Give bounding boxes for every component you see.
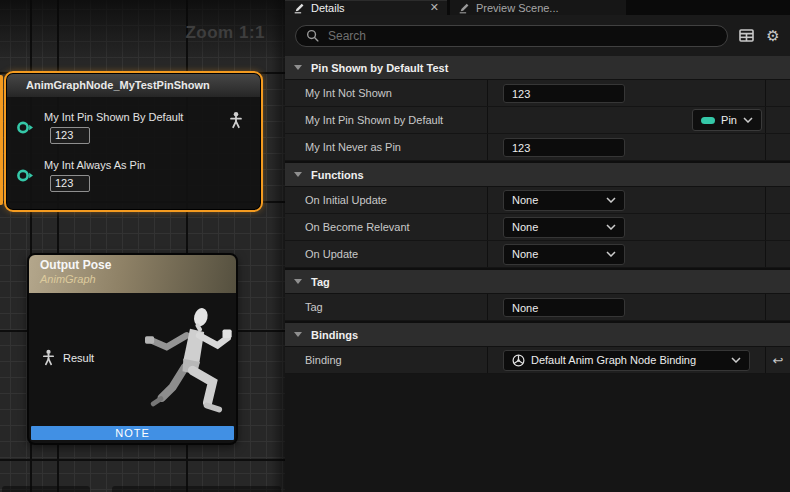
panel-tab-bar: Details ✕ Preview Scene... [285, 0, 790, 15]
offscreen-node-top [2, 486, 90, 492]
property-label: My Int Pin Shown by Default [285, 107, 488, 133]
search-input[interactable] [326, 28, 717, 44]
pin-value-input[interactable]: 123 [50, 175, 90, 192]
node-output-pose[interactable]: Output Pose AnimGraph Result [27, 253, 238, 445]
int-pin-icon[interactable] [16, 120, 34, 135]
function-dropdown[interactable]: None [503, 217, 625, 238]
pin-label: My Int Always As Pin [44, 159, 145, 171]
output-pose-header[interactable]: Output Pose AnimGraph [29, 255, 236, 293]
property-label: On Update [285, 241, 488, 267]
binding-dropdown[interactable]: Default Anim Graph Node Binding [503, 350, 750, 371]
property-label: On Become Relevant [285, 214, 488, 240]
search-icon [306, 29, 319, 42]
tab-label: Preview Scene... [476, 2, 559, 14]
details-pen-icon [293, 2, 305, 14]
pin-visibility-dropdown[interactable]: Pin [692, 109, 762, 131]
offscreen-node-top [112, 486, 281, 492]
details-toolbar: ⚙ [285, 15, 790, 56]
preview-scene-pen-icon [458, 2, 470, 14]
settings-gear-icon[interactable]: ⚙ [764, 27, 782, 45]
search-box[interactable] [295, 25, 728, 47]
close-tab-icon[interactable]: ✕ [430, 2, 439, 13]
category-tag[interactable]: Tag [285, 270, 790, 294]
property-row: My Int Not Shown 123 [285, 80, 790, 107]
property-row: Binding Default Anim Graph Node Binding … [285, 347, 790, 374]
chevron-down-icon [606, 224, 616, 230]
property-label: On Initial Update [285, 187, 488, 213]
node-title: Output Pose [40, 258, 236, 272]
chevron-down-icon [743, 117, 753, 123]
category-pin-shown-by-default-test[interactable]: Pin Shown by Default Test [285, 56, 790, 80]
int-input[interactable]: 123 [503, 84, 625, 103]
int-pin-pill-icon [701, 117, 715, 124]
pin-label: My Int Pin Shown By Default [44, 111, 183, 123]
collapse-triangle-icon[interactable] [294, 172, 302, 177]
note-banner[interactable]: NOTE [31, 426, 234, 440]
int-pin-icon[interactable] [16, 168, 34, 183]
details-panel: Details ✕ Preview Scene... ⚙ [285, 0, 790, 492]
binding-circle-icon [512, 354, 525, 367]
property-label: My Int Never as Pin [285, 134, 488, 160]
category-bindings[interactable]: Bindings [285, 323, 790, 347]
property-row: My Int Never as Pin 123 [285, 134, 790, 161]
tab-details[interactable]: Details ✕ [285, 0, 447, 15]
display-filter-icon[interactable] [737, 27, 755, 45]
int-input[interactable]: 123 [503, 138, 625, 157]
node-animgraphnode-mytestpinshown[interactable]: AnimGraphNode_MyTestPinShown My Int Pin … [4, 71, 263, 212]
property-label: Binding [285, 347, 488, 373]
pose-output-pin-icon[interactable] [228, 111, 244, 129]
collapse-triangle-icon[interactable] [294, 332, 302, 337]
chevron-down-icon [606, 197, 616, 203]
function-dropdown[interactable]: None [503, 190, 625, 211]
property-row: On Initial Update None [285, 187, 790, 214]
reset-to-default-icon[interactable]: ↩ [765, 347, 790, 373]
zoom-level-label: Zoom 1:1 [185, 23, 265, 43]
offscreen-selected-node-border [0, 75, 3, 205]
property-row: Tag None [285, 294, 790, 321]
collapse-triangle-icon[interactable] [294, 279, 302, 284]
result-pose-pin-icon[interactable] [41, 349, 56, 366]
chevron-down-icon [606, 251, 616, 257]
tag-input[interactable]: None [503, 298, 625, 317]
pin-value-input[interactable]: 123 [50, 127, 90, 144]
node-title[interactable]: AnimGraphNode_MyTestPinShown [7, 74, 260, 97]
property-row: On Update None [285, 241, 790, 268]
chevron-down-icon [731, 357, 741, 363]
collapse-triangle-icon[interactable] [294, 65, 302, 70]
property-label: Tag [285, 294, 488, 320]
result-pin-label: Result [63, 352, 94, 364]
tab-label: Details [311, 2, 345, 14]
property-row: On Become Relevant None [285, 214, 790, 241]
property-row: My Int Pin Shown by Default Pin [285, 107, 790, 134]
property-label: My Int Not Shown [285, 80, 488, 106]
category-functions[interactable]: Functions [285, 163, 790, 187]
running-mannequin-image [135, 295, 235, 425]
anim-graph-canvas[interactable]: Zoom 1:1 AnimGraphNode_MyTestPinShown My… [0, 0, 287, 492]
function-dropdown[interactable]: None [503, 244, 625, 265]
node-subtitle: AnimGraph [40, 273, 236, 285]
tab-preview-scene[interactable]: Preview Scene... [450, 0, 626, 15]
